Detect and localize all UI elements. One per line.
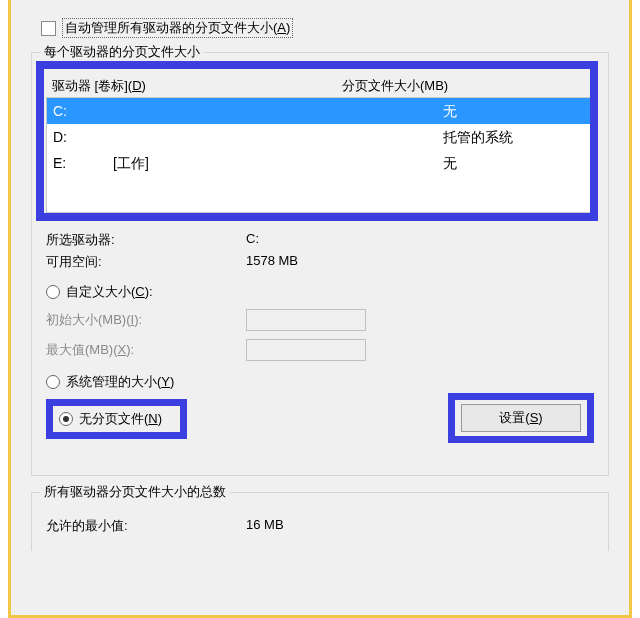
drive-size: 托管的系统: [443, 126, 587, 148]
system-managed-label: 系统管理的大小(Y): [66, 373, 174, 391]
drive-row-c[interactable]: C: 无: [47, 98, 593, 124]
auto-manage-close: ): [286, 20, 290, 35]
totals-caption: 所有驱动器分页文件大小的总数: [40, 483, 230, 501]
drive-col-hotkey: D: [132, 78, 141, 93]
size-col-label: 分页文件大小(MB): [342, 77, 588, 95]
drive-size: 无: [443, 100, 587, 122]
max-size-label: 最大值(MB)(X):: [46, 341, 246, 359]
auto-manage-row: 自动管理所有驱动器的分页文件大小(A): [41, 18, 609, 38]
system-managed-row[interactable]: 系统管理的大小(Y): [46, 373, 594, 391]
no-paging-close: ): [158, 411, 162, 426]
totals-group: 所有驱动器分页文件大小的总数 允许的最小值: 16 MB: [31, 492, 609, 551]
drive-col-label: 驱动器 [卷标](D): [52, 77, 342, 95]
no-paging-label: 无分页文件(N): [79, 410, 162, 428]
drive-letter: E:: [53, 152, 113, 174]
max-size-row: 最大值(MB)(X):: [46, 339, 594, 361]
per-drive-group: 每个驱动器的分页文件大小 驱动器 [卷标](D) 分页文件大小(MB) C: 无…: [31, 52, 609, 476]
drive-volume: [113, 100, 443, 122]
selected-drive-value: C:: [246, 231, 594, 249]
drive-row-e[interactable]: E: [工作] 无: [47, 150, 593, 176]
no-paging-hotkey: N: [148, 411, 157, 426]
custom-size-label: 自定义大小(C):: [66, 283, 153, 301]
drive-letter: C:: [53, 100, 113, 122]
set-button-close: ): [538, 410, 542, 425]
highlight-rect-nopaging: 无分页文件(N): [46, 399, 187, 439]
min-allowed-value: 16 MB: [246, 517, 594, 535]
custom-size-text: 自定义大小(: [66, 284, 135, 299]
virtual-memory-panel: 自动管理所有驱动器的分页文件大小(A) 每个驱动器的分页文件大小 驱动器 [卷标…: [8, 0, 632, 618]
custom-size-close: ):: [145, 284, 153, 299]
drive-size: 无: [443, 152, 587, 174]
highlight-rect-setbutton: 设置(S): [448, 393, 594, 443]
drive-letter: D:: [53, 126, 113, 148]
system-managed-hotkey: Y: [161, 374, 170, 389]
free-space-value: 1578 MB: [246, 253, 594, 271]
no-paging-row: 无分页文件(N) 设置(S): [46, 399, 594, 439]
selected-drive-label: 所选驱动器:: [46, 231, 246, 249]
drive-list[interactable]: C: 无 D: 托管的系统 E: [工作] 无: [46, 97, 594, 213]
drive-volume: [113, 126, 443, 148]
auto-manage-label: 自动管理所有驱动器的分页文件大小(A): [62, 18, 293, 38]
drive-row-d[interactable]: D: 托管的系统: [47, 124, 593, 150]
min-allowed-row: 允许的最小值: 16 MB: [46, 517, 594, 535]
max-size-close: ):: [126, 342, 134, 357]
no-paging-text: 无分页文件(: [79, 411, 148, 426]
initial-size-close: ):: [134, 312, 142, 327]
system-managed-close: ): [170, 374, 174, 389]
free-space-row: 可用空间: 1578 MB: [46, 253, 594, 271]
max-size-input[interactable]: [246, 339, 366, 361]
set-button[interactable]: 设置(S): [461, 404, 581, 432]
set-button-text: 设置(: [499, 410, 529, 425]
drive-col-text: 驱动器 [卷标](: [52, 78, 132, 93]
free-space-label: 可用空间:: [46, 253, 246, 271]
per-drive-caption: 每个驱动器的分页文件大小: [40, 43, 204, 61]
custom-size-hotkey: C: [135, 284, 144, 299]
custom-size-row[interactable]: 自定义大小(C):: [46, 283, 594, 301]
drive-col-close: ): [142, 78, 146, 93]
custom-size-radio[interactable]: [46, 285, 60, 299]
max-size-text: 最大值(MB)(: [46, 342, 118, 357]
drive-list-wrap: 驱动器 [卷标](D) 分页文件大小(MB) C: 无 D: 托管的系统 E: …: [46, 75, 594, 213]
system-managed-text: 系统管理的大小(: [66, 374, 161, 389]
max-size-hotkey: X: [118, 342, 127, 357]
drive-volume: [工作]: [113, 152, 443, 174]
no-paging-radio[interactable]: [59, 412, 73, 426]
auto-manage-checkbox[interactable]: [41, 21, 56, 36]
auto-manage-text: 自动管理所有驱动器的分页文件大小(: [65, 20, 277, 35]
initial-size-text: 初始大小(MB)(: [46, 312, 131, 327]
initial-size-label: 初始大小(MB)(I):: [46, 311, 246, 329]
initial-size-input[interactable]: [246, 309, 366, 331]
system-managed-radio[interactable]: [46, 375, 60, 389]
selected-drive-row: 所选驱动器: C:: [46, 231, 594, 249]
drive-header: 驱动器 [卷标](D) 分页文件大小(MB): [46, 75, 594, 97]
initial-size-row: 初始大小(MB)(I):: [46, 309, 594, 331]
min-allowed-label: 允许的最小值:: [46, 517, 246, 535]
auto-manage-hotkey: A: [277, 20, 286, 35]
